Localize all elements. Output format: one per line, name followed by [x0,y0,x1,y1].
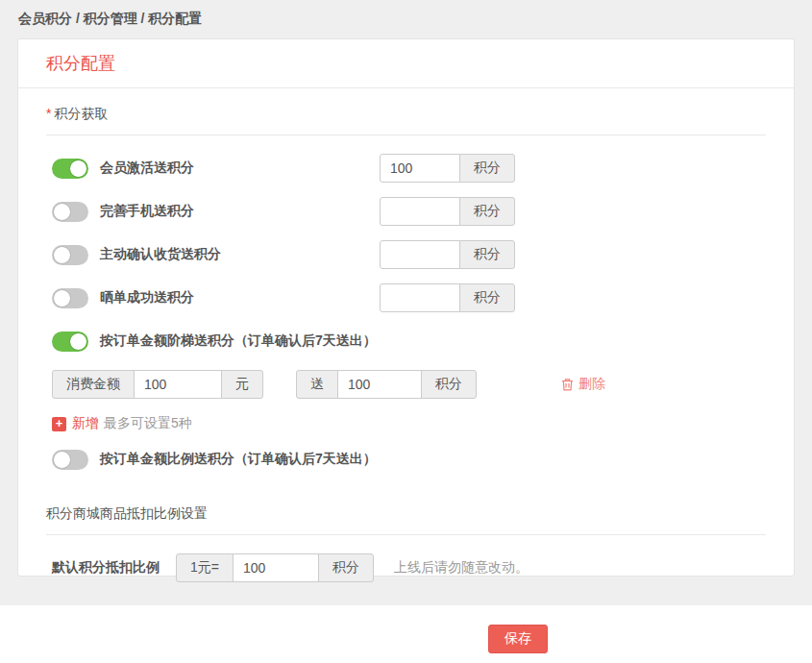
row-member-activation: 会员激活送积分 积分 [46,154,766,183]
points-config-card: 积分配置 *积分获取 会员激活送积分 积分 完善手机送积分 [17,38,795,577]
page-title: 积分配置 [46,52,115,75]
divider [46,534,766,535]
card-body: *积分获取 会员激活送积分 积分 完善手机送积分 积分 [18,106,794,582]
plus-icon[interactable]: + [52,417,66,431]
consume-amount-group: 消费金额 元 [52,370,263,399]
row-share-order: 晒单成功送积分 积分 [46,283,766,312]
points-input-member-activation[interactable] [380,154,460,183]
yuan-addon: 元 [221,370,263,399]
deduction-note: 上线后请勿随意改动。 [394,559,529,577]
divider [46,135,766,135]
row-confirm-receipt: 主动确认收货送积分 积分 [46,240,766,269]
toggle-ladder-points[interactable] [52,332,88,352]
toggle-ratio-points[interactable] [52,450,88,470]
toggle-member-activation[interactable] [52,159,88,179]
toggle-knob [53,203,71,221]
ladder-config-row: 消费金额 元 送 积分 删除 [46,370,766,399]
delete-ladder-button[interactable]: 删除 [561,376,605,393]
section-title-deduction: 积分商城商品抵扣比例设置 [46,505,766,523]
points-input-group: 积分 [380,283,515,312]
action-bar: 保存 [0,605,812,663]
trash-icon [561,378,574,391]
give-points-input[interactable] [337,370,422,399]
amount-label-addon: 消费金额 [52,370,135,399]
points-input-group: 积分 [380,154,515,183]
row-label: 晒单成功送积分 [100,289,194,307]
points-input-confirm-receipt[interactable] [380,240,460,269]
section-label-earn: 积分获取 [54,106,108,121]
add-ladder-row: + 新增 最多可设置5种 [46,416,766,431]
points-input-group: 积分 [380,197,515,226]
unit-addon: 积分 [421,370,477,399]
consume-amount-input[interactable] [134,370,222,399]
required-asterisk: * [46,106,51,121]
toggle-knob [53,451,71,469]
row-complete-phone: 完善手机送积分 积分 [46,197,766,226]
points-input-group: 积分 [380,240,515,269]
unit-addon: 积分 [459,240,515,269]
give-label-addon: 送 [296,370,338,399]
breadcrumb: 会员积分 / 积分管理 / 积分配置 [0,0,812,38]
add-hint: 最多可设置5种 [104,415,192,432]
toggle-knob [69,332,87,351]
toggle-knob [69,160,87,178]
points-input-complete-phone[interactable] [380,197,460,226]
section-title-earn: *积分获取 [46,106,766,123]
add-ladder-button[interactable]: 新增 [72,415,99,432]
row-label: 按订单金额阶梯送积分（订单确认后7天送出） [100,332,377,350]
default-deduction-row: 默认积分抵扣比例 1元= 积分 上线后请勿随意改动。 [46,553,766,582]
points-input-share-order[interactable] [380,283,460,312]
row-label: 主动确认收货送积分 [100,246,221,263]
toggle-share-order[interactable] [52,288,88,308]
delete-label: 删除 [578,376,605,393]
unit-addon: 积分 [459,154,515,183]
unit-addon: 积分 [459,283,515,312]
toggle-complete-phone[interactable] [52,202,88,222]
yuan-prefix-addon: 1元= [176,553,234,582]
row-label: 会员激活送积分 [100,160,194,177]
toggle-knob [53,289,71,307]
toggle-confirm-receipt[interactable] [52,245,88,265]
row-ladder-points: 按订单金额阶梯送积分（订单确认后7天送出） [46,327,766,356]
deduction-ratio-label: 默认积分抵扣比例 [52,559,160,577]
unit-addon: 积分 [318,553,374,582]
unit-addon: 积分 [459,197,515,226]
row-label: 按订单金额比例送积分（订单确认后7天送出） [100,451,377,468]
toggle-knob [53,246,71,264]
save-button[interactable]: 保存 [488,625,548,653]
row-label: 完善手机送积分 [100,203,194,220]
row-ratio-points: 按订单金额比例送积分（订单确认后7天送出） [46,445,766,474]
deduction-ratio-input[interactable] [233,553,319,582]
deduction-ratio-group: 1元= 积分 [176,553,374,582]
give-points-group: 送 积分 [296,370,477,399]
card-header: 积分配置 [18,39,794,88]
